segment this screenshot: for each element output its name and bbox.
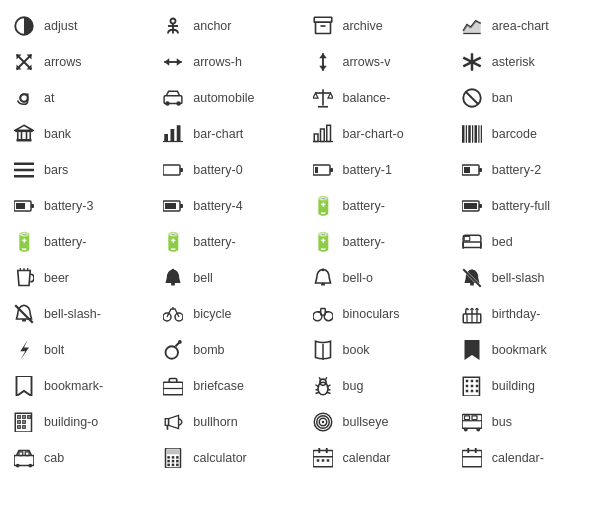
icon-label: bell <box>193 271 212 286</box>
adjust-icon <box>10 16 38 36</box>
list-item: arrows <box>4 44 153 80</box>
svg-marker-16 <box>165 58 170 66</box>
svg-rect-48 <box>462 125 465 143</box>
svg-rect-65 <box>464 167 470 173</box>
list-item: bell <box>153 260 302 296</box>
svg-point-27 <box>177 101 181 105</box>
svg-line-32 <box>466 92 479 105</box>
svg-line-123 <box>319 377 320 380</box>
icon-label: area-chart <box>492 19 549 34</box>
list-item: calendar <box>303 440 452 476</box>
icon-label: ban <box>492 91 513 106</box>
list-item: bar-chart <box>153 116 302 152</box>
list-item: bell-slash <box>452 260 601 296</box>
list-item: battery-1 <box>303 152 452 188</box>
icon-label: bank <box>44 127 71 142</box>
list-item: birthday- <box>452 296 601 332</box>
list-item: bicycle <box>153 296 302 332</box>
svg-rect-96 <box>320 308 324 315</box>
list-item: adjust <box>4 8 153 44</box>
svg-rect-170 <box>172 464 175 467</box>
icon-label: bookmark- <box>44 379 103 394</box>
icon-label: bullseye <box>343 415 389 430</box>
battery-4-icon <box>159 196 187 216</box>
automobile-icon <box>159 88 187 108</box>
svg-rect-160 <box>25 452 29 456</box>
svg-rect-54 <box>481 125 482 143</box>
svg-point-26 <box>165 101 169 105</box>
icon-label: bell-slash- <box>44 307 101 322</box>
svg-marker-144 <box>169 415 179 428</box>
svg-rect-78 <box>464 236 470 240</box>
svg-point-151 <box>464 428 468 432</box>
icon-label: archive <box>343 19 383 34</box>
battery-full-icon <box>458 196 486 216</box>
svg-point-109 <box>178 340 182 344</box>
battery-0-icon <box>159 160 187 180</box>
icon-label: arrows-h <box>193 55 242 70</box>
svg-rect-176 <box>316 459 319 462</box>
svg-point-152 <box>476 428 480 432</box>
list-item: bomb <box>153 332 302 368</box>
svg-rect-62 <box>315 167 318 173</box>
svg-point-83 <box>172 269 175 272</box>
svg-rect-40 <box>165 134 169 142</box>
svg-marker-17 <box>177 58 182 66</box>
icon-label: arrows-v <box>343 55 391 70</box>
bed-icon <box>458 232 486 252</box>
list-item: barcode <box>452 116 601 152</box>
svg-rect-58 <box>163 165 180 175</box>
list-item: bookmark- <box>4 368 153 404</box>
briefcase-icon <box>159 376 187 396</box>
svg-rect-134 <box>476 390 479 393</box>
icon-label: battery-0 <box>193 163 242 178</box>
icon-label: briefcase <box>193 379 244 394</box>
list-item: bar-chart-o <box>303 116 452 152</box>
area-chart-icon <box>458 16 486 36</box>
svg-rect-155 <box>472 416 477 420</box>
list-item: bullhorn <box>153 404 302 440</box>
icon-label: calendar- <box>492 451 544 466</box>
svg-rect-35 <box>15 130 33 132</box>
battery-3-icon <box>10 196 38 216</box>
svg-point-1 <box>171 19 176 24</box>
list-item: automobile <box>153 80 302 116</box>
list-item: bolt <box>4 332 153 368</box>
icon-label: battery- <box>193 235 235 250</box>
icon-label: birthday- <box>492 307 541 322</box>
list-item: bus <box>452 404 601 440</box>
calendar-icon <box>309 448 337 468</box>
bookmark-icon <box>458 340 486 360</box>
svg-rect-74 <box>464 203 477 209</box>
list-item: binoculars <box>303 296 452 332</box>
list-item: cab <box>4 440 153 476</box>
icon-label: bell-slash <box>492 271 545 286</box>
svg-rect-165 <box>176 456 179 459</box>
list-item: balance- <box>303 80 452 116</box>
svg-rect-34 <box>17 139 32 142</box>
icon-label: battery- <box>343 199 385 214</box>
list-item: at <box>4 80 153 116</box>
icon-label: book <box>343 343 370 358</box>
at-icon <box>10 88 38 108</box>
arrows-icon <box>10 52 38 72</box>
list-item: bank <box>4 116 153 152</box>
asterisk-icon <box>458 52 486 72</box>
icon-label: bar-chart <box>193 127 243 142</box>
svg-marker-111 <box>464 340 479 360</box>
svg-rect-130 <box>471 385 474 388</box>
svg-marker-19 <box>319 53 327 58</box>
svg-marker-20 <box>319 66 327 71</box>
svg-rect-46 <box>326 125 330 141</box>
svg-rect-61 <box>330 168 333 172</box>
anchor-icon <box>159 16 187 36</box>
svg-rect-167 <box>172 460 175 463</box>
building-o-icon <box>10 412 38 432</box>
list-item: 🔋battery- <box>4 224 153 260</box>
icon-label: battery- <box>44 235 86 250</box>
icon-label: battery-full <box>492 199 550 214</box>
list-item: building <box>452 368 601 404</box>
svg-rect-171 <box>176 464 179 467</box>
list-item: bookmark <box>452 332 601 368</box>
list-item: archive <box>303 8 452 44</box>
